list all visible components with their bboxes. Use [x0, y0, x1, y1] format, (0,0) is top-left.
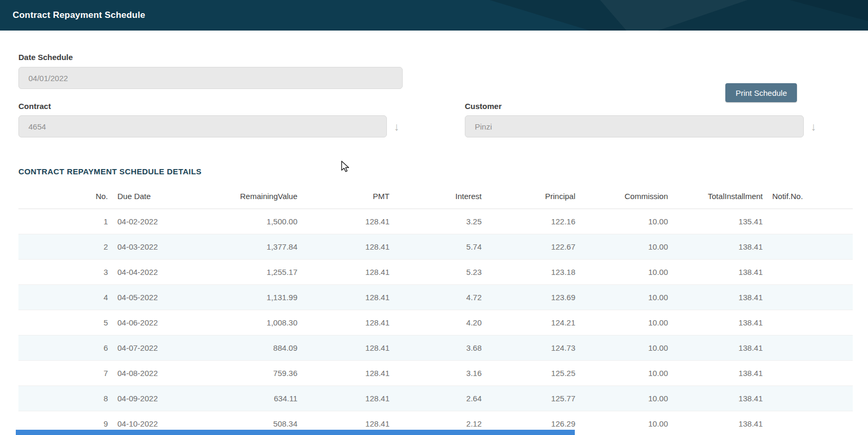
- table-cell: [763, 259, 853, 284]
- table-cell: 138.41: [668, 234, 763, 259]
- table-cell: 04-05-2022: [108, 284, 192, 310]
- table-row: 104-02-20221,500.00128.413.25122.1610.00…: [18, 209, 853, 234]
- table-row: 304-04-20221,255.17128.415.23123.1810.00…: [18, 259, 853, 284]
- table-cell: 2: [18, 234, 108, 259]
- table-cell: 125.77: [482, 385, 575, 411]
- table-cell: 128.41: [297, 310, 390, 335]
- table-cell: 10.00: [575, 360, 668, 385]
- table-cell: 6: [18, 335, 108, 360]
- table-cell: 5.23: [390, 259, 482, 284]
- table-cell: 3.16: [390, 360, 482, 385]
- table-cell: 124.21: [482, 310, 575, 335]
- table-cell: [763, 335, 853, 360]
- table-cell: [763, 310, 853, 335]
- column-header-no-: No.: [18, 184, 108, 209]
- table-cell: 5.74: [390, 234, 482, 259]
- table-cell: 10.00: [575, 411, 668, 435]
- table-cell: 3.68: [390, 335, 482, 360]
- table-cell: 04-04-2022: [108, 259, 192, 284]
- date-schedule-label: Date Schedule: [18, 53, 868, 62]
- table-cell: 759.36: [192, 360, 297, 385]
- customer-input[interactable]: [465, 115, 804, 137]
- table-cell: 10.00: [575, 209, 668, 234]
- table-row: 504-06-20221,008.30128.414.20124.2110.00…: [18, 310, 853, 335]
- date-schedule-input[interactable]: [18, 67, 403, 89]
- table-cell: 1,131.99: [192, 284, 297, 310]
- form-row: Contract ↓ Customer ↓: [18, 102, 868, 137]
- column-header-remainingvalue: RemainingValue: [192, 184, 297, 209]
- table-cell: 10.00: [575, 310, 668, 335]
- table-cell: 7: [18, 360, 108, 385]
- customer-label: Customer: [465, 102, 868, 111]
- page-title: Contract Repayment Schedule: [13, 10, 145, 21]
- column-header-interest: Interest: [390, 184, 482, 209]
- table-cell: 1,377.84: [192, 234, 297, 259]
- table-cell: 138.41: [668, 310, 763, 335]
- table-cell: 8: [18, 385, 108, 411]
- table-cell: [763, 209, 853, 234]
- table-cell: 138.41: [668, 411, 763, 435]
- table-cell: 10.00: [575, 385, 668, 411]
- table-cell: 3.25: [390, 209, 482, 234]
- table-cell: 3: [18, 259, 108, 284]
- customer-dropdown-arrow-icon[interactable]: ↓: [811, 121, 816, 132]
- contract-label: Contract: [18, 102, 465, 111]
- table-cell: 125.25: [482, 360, 575, 385]
- table-cell: 138.41: [668, 385, 763, 411]
- table-cell: 10.00: [575, 284, 668, 310]
- table-cell: 123.69: [482, 284, 575, 310]
- table-cell: 122.16: [482, 209, 575, 234]
- contract-input-wrap: ↓: [18, 115, 465, 137]
- table-cell: 128.41: [297, 284, 390, 310]
- table-cell: 128.41: [297, 360, 390, 385]
- table-cell: [763, 411, 853, 435]
- table-row: 704-08-2022759.36128.413.16125.2510.0013…: [18, 360, 853, 385]
- column-header-due-date: Due Date: [108, 184, 192, 209]
- table-cell: 10.00: [575, 234, 668, 259]
- table-row: 804-09-2022634.11128.412.64125.7710.0013…: [18, 385, 853, 411]
- table-cell: 04-02-2022: [108, 209, 192, 234]
- table-cell: 2.64: [390, 385, 482, 411]
- table-row: 604-07-2022884.09128.413.68124.7310.0013…: [18, 335, 853, 360]
- table-cell: 1,255.17: [192, 259, 297, 284]
- column-header-principal: Principal: [482, 184, 575, 209]
- table-cell: 138.41: [668, 284, 763, 310]
- column-header-pmt: PMT: [297, 184, 390, 209]
- table-cell: 123.18: [482, 259, 575, 284]
- table-cell: [763, 360, 853, 385]
- table-cell: 1: [18, 209, 108, 234]
- contract-input[interactable]: [18, 115, 387, 137]
- table-header-row: No.Due DateRemainingValuePMTInterestPrin…: [18, 184, 853, 209]
- table-cell: 5: [18, 310, 108, 335]
- section-title: CONTRACT REPAYMENT SCHEDULE DETAILS: [18, 167, 868, 176]
- table-row: 204-03-20221,377.84128.415.74122.6710.00…: [18, 234, 853, 259]
- table-cell: [763, 385, 853, 411]
- table-cell: 884.09: [192, 335, 297, 360]
- table-body: 104-02-20221,500.00128.413.25122.1610.00…: [18, 209, 853, 435]
- title-bar: Contract Repayment Schedule: [0, 0, 868, 31]
- print-schedule-button[interactable]: Print Schedule: [725, 83, 797, 102]
- table-cell: 128.41: [297, 385, 390, 411]
- contract-field-group: Contract ↓: [18, 102, 465, 137]
- table-cell: 04-08-2022: [108, 360, 192, 385]
- contract-dropdown-arrow-icon[interactable]: ↓: [394, 121, 400, 132]
- main-content: Print Schedule Date Schedule Contract ↓ …: [0, 31, 868, 435]
- table-row: 404-05-20221,131.99128.414.72123.6910.00…: [18, 284, 853, 310]
- horizontal-scrollbar-thumb[interactable]: [16, 430, 575, 435]
- column-header-notif-no-: Notif.No.: [763, 184, 853, 209]
- table-cell: 04-06-2022: [108, 310, 192, 335]
- table-cell: 10.00: [575, 259, 668, 284]
- table-cell: 124.73: [482, 335, 575, 360]
- column-header-commission: Commission: [575, 184, 668, 209]
- table-cell: 138.41: [668, 360, 763, 385]
- table-cell: 04-09-2022: [108, 385, 192, 411]
- table-cell: 4: [18, 284, 108, 310]
- table-cell: 10.00: [575, 335, 668, 360]
- column-header-totalinstallment: TotalInstallment: [668, 184, 763, 209]
- repayment-schedule-table: No.Due DateRemainingValuePMTInterestPrin…: [18, 184, 853, 435]
- table-cell: 138.41: [668, 335, 763, 360]
- table-cell: 138.41: [668, 259, 763, 284]
- table-cell: 122.67: [482, 234, 575, 259]
- table-cell: 128.41: [297, 209, 390, 234]
- table-cell: 04-03-2022: [108, 234, 192, 259]
